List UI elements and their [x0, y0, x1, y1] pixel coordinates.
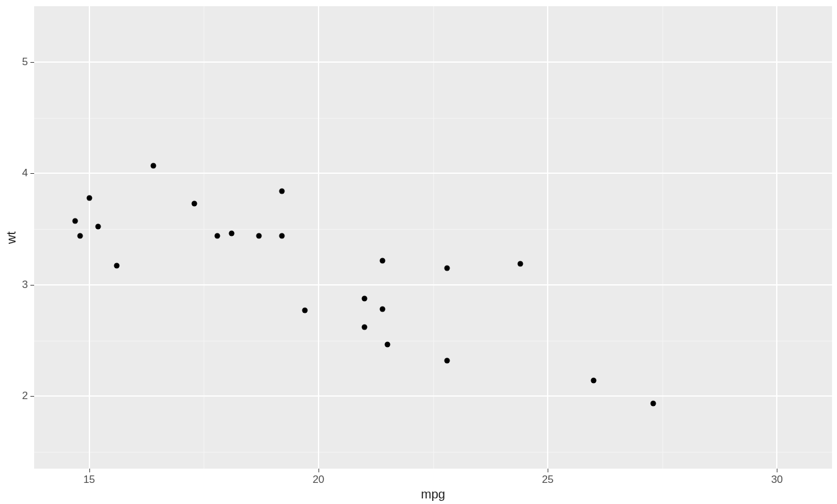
y-axis-label: wt [4, 232, 19, 244]
data-point [279, 233, 284, 238]
grid-minor-vertical [433, 6, 434, 469]
data-point [256, 233, 261, 238]
x-tick-label: 30 [771, 474, 783, 486]
data-point [650, 400, 656, 406]
y-tick-label: 4 [22, 167, 28, 179]
grid-major-vertical [89, 6, 90, 469]
grid-minor-vertical [204, 6, 204, 469]
x-tick-label: 20 [312, 474, 324, 486]
data-point [361, 325, 367, 330]
data-point [96, 224, 101, 230]
grid-major-horizontal [34, 61, 832, 63]
data-point [86, 195, 92, 200]
data-point [192, 200, 197, 206]
data-point [279, 189, 284, 194]
y-tick [30, 285, 34, 286]
x-tick-label: 15 [83, 474, 95, 486]
data-point [77, 233, 83, 238]
data-point [302, 308, 307, 313]
grid-minor-horizontal [34, 118, 832, 119]
y-tick-label: 2 [22, 390, 28, 402]
grid-major-vertical [776, 6, 777, 469]
data-point [361, 296, 367, 302]
grid-minor-vertical [663, 6, 663, 469]
data-point [380, 258, 386, 264]
data-point [228, 231, 234, 236]
grid-major-horizontal [34, 284, 832, 286]
x-axis-label: mpg [421, 487, 445, 502]
data-point [151, 163, 156, 168]
y-tick [30, 396, 34, 397]
grid-major-vertical [318, 6, 319, 469]
data-point [444, 358, 450, 363]
y-tick [30, 173, 34, 174]
grid-minor-horizontal [34, 341, 832, 341]
data-point [215, 233, 220, 238]
data-point [73, 218, 78, 224]
grid-minor-horizontal [34, 452, 832, 452]
plot-panel [34, 6, 832, 469]
data-point [517, 261, 523, 266]
data-point [380, 307, 386, 312]
data-point [114, 263, 119, 269]
x-tick-label: 25 [542, 474, 554, 486]
y-tick-label: 3 [22, 279, 28, 291]
y-tick [30, 62, 34, 63]
grid-major-horizontal [34, 173, 832, 174]
x-tick [89, 469, 90, 472]
x-tick [548, 469, 548, 472]
x-tick [319, 469, 319, 472]
grid-major-vertical [547, 6, 548, 469]
y-tick-label: 5 [22, 56, 28, 68]
x-tick [777, 469, 777, 472]
data-point [444, 265, 450, 271]
scatter-chart: 15202530 2345 mpg wt [0, 0, 837, 504]
data-point [590, 378, 596, 384]
grid-minor-horizontal [34, 229, 832, 230]
grid-major-horizontal [34, 395, 832, 397]
data-point [384, 341, 390, 347]
